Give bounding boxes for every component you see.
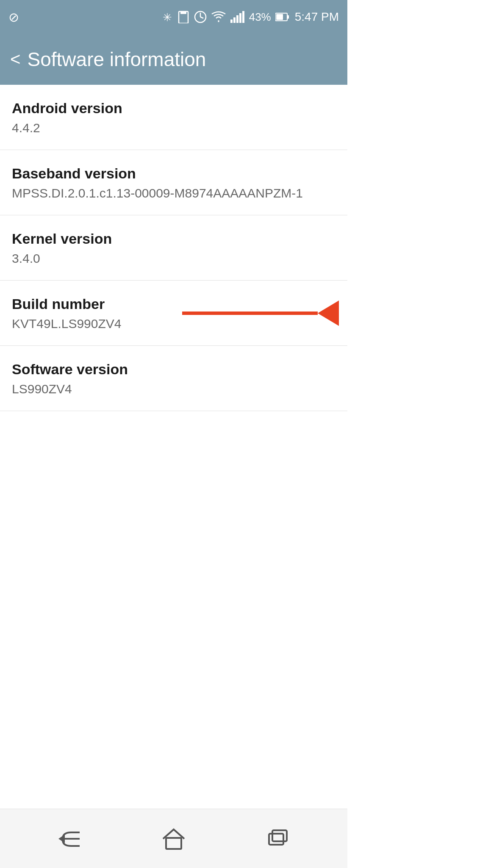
nav-back-button[interactable]	[48, 822, 90, 856]
android-version-row: Android version 4.4.2	[0, 85, 347, 150]
recent-nav-icon	[266, 826, 291, 851]
wifi-slash-icon: ⊘	[8, 10, 25, 24]
arrow-annotation	[182, 300, 339, 326]
svg-rect-11	[242, 11, 244, 23]
kernel-version-value: 3.4.0	[12, 251, 336, 266]
status-bar: ⊘ ✳	[0, 0, 347, 34]
clock-icon	[194, 11, 207, 23]
wifi-icon	[211, 11, 226, 23]
svg-text:⊘: ⊘	[8, 10, 19, 24]
software-version-row: Software version LS990ZV4	[0, 346, 347, 411]
content-area: Android version 4.4.2 Baseband version M…	[0, 85, 347, 809]
software-version-label: Software version	[12, 361, 336, 378]
page-header[interactable]: < Software information	[0, 34, 347, 85]
baseband-version-label: Baseband version	[12, 165, 336, 182]
svg-rect-10	[239, 13, 241, 23]
page-title: Software information	[28, 48, 206, 71]
status-time: 5:47 PM	[295, 10, 339, 24]
nav-recent-button[interactable]	[257, 822, 299, 856]
signal-icon	[230, 11, 245, 23]
kernel-version-row: Kernel version 3.4.0	[0, 215, 347, 281]
arrow-line	[182, 312, 318, 315]
svg-rect-9	[236, 15, 238, 23]
battery-icon	[275, 12, 289, 22]
svg-rect-3	[180, 11, 186, 14]
back-nav-icon	[54, 828, 84, 849]
android-version-label: Android version	[12, 100, 336, 117]
svg-rect-8	[233, 17, 236, 23]
bluetooth-icon: ✳	[163, 10, 173, 24]
android-version-value: 4.4.2	[12, 121, 336, 135]
svg-rect-14	[276, 14, 283, 20]
svg-rect-16	[269, 834, 283, 845]
svg-rect-13	[287, 15, 289, 19]
home-nav-icon	[161, 826, 186, 851]
baseband-version-row: Baseband version MPSS.DI.2.0.1.c1.13-000…	[0, 150, 347, 215]
svg-text:✳: ✳	[163, 11, 172, 24]
arrow-head	[318, 300, 339, 326]
software-version-value: LS990ZV4	[12, 382, 336, 396]
nav-home-button[interactable]	[152, 822, 195, 856]
battery-percent: 43%	[249, 11, 271, 24]
status-right-icons: ✳ 43%	[163, 10, 339, 24]
bottom-nav	[0, 809, 347, 868]
phone-icon	[177, 11, 190, 23]
svg-rect-7	[230, 19, 233, 23]
kernel-version-label: Kernel version	[12, 231, 336, 247]
status-left-icons: ⊘	[8, 10, 25, 24]
svg-rect-15	[166, 838, 181, 849]
build-number-row: Build number KVT49L.LS990ZV4	[0, 281, 347, 346]
back-button[interactable]: <	[10, 49, 21, 70]
svg-line-6	[200, 17, 203, 18]
baseband-version-value: MPSS.DI.2.0.1.c1.13-00009-M8974AAAAANPZM…	[12, 186, 336, 200]
svg-rect-17	[272, 830, 287, 841]
